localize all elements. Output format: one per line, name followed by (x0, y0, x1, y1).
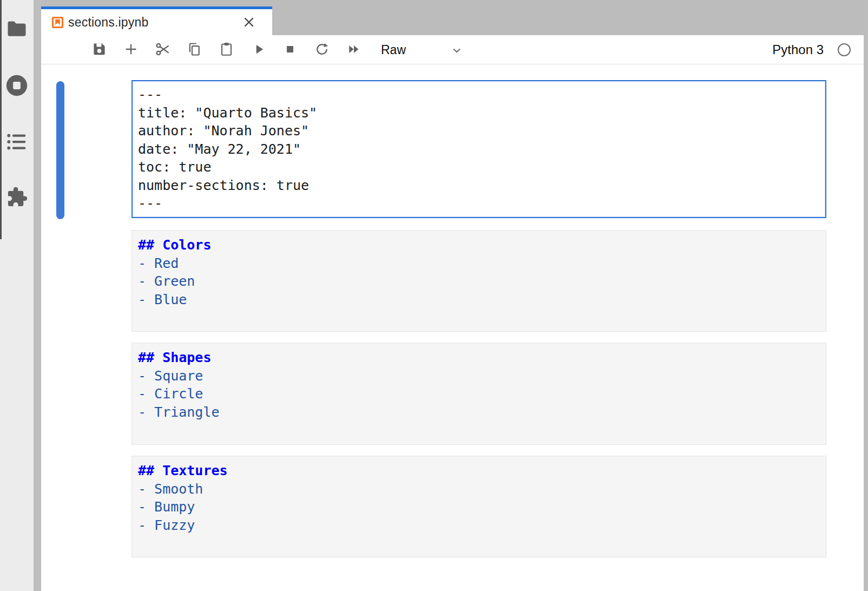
copy-cells-button[interactable] (183, 39, 205, 61)
notebook-icon (51, 16, 64, 29)
run-icon (252, 42, 266, 58)
active-cell-collapser[interactable] (56, 81, 64, 219)
activity-sidebar (0, 0, 34, 591)
sidebar-item-table-of-contents[interactable] (0, 126, 34, 158)
editor-line: date: "May 22, 2021" (138, 140, 820, 159)
markdown-list-item: - Green (138, 272, 820, 291)
fast-forward-icon (346, 42, 361, 58)
editor-line: author: "Norah Jones" (138, 122, 820, 140)
run-cell-button[interactable] (248, 39, 269, 61)
restart-kernel-button[interactable] (311, 39, 333, 61)
save-button[interactable] (88, 39, 110, 61)
tab-title: sections.ipynb (68, 15, 149, 30)
editor-line: toc: true (138, 158, 820, 176)
sidebar-item-file-browser[interactable] (0, 12, 34, 45)
markdown-heading: ## Textures (138, 462, 820, 480)
editor-line: --- (138, 194, 820, 213)
markdown-heading: ## Colors (138, 236, 820, 254)
sidebar-item-extensions[interactable] (0, 181, 34, 213)
sidebar-divider (34, 0, 41, 591)
markdown-list-item: - Bumpy (138, 498, 820, 516)
markdown-list-item: - Fuzzy (138, 516, 820, 535)
interrupt-kernel-button[interactable] (279, 39, 301, 61)
markdown-cell-shapes[interactable]: ## Shapes - Square - Circle - Triangle (131, 343, 826, 445)
puzzle-icon (5, 186, 28, 208)
dock-tab-bar: sections.ipynb (41, 0, 868, 35)
close-icon[interactable] (242, 15, 256, 29)
list-icon (6, 132, 28, 152)
window-right-edge (864, 0, 868, 591)
markdown-list-item: - Triangle (138, 403, 820, 422)
folder-icon (7, 21, 27, 37)
stop-circle-icon (4, 73, 29, 98)
sidebar-item-running-sessions[interactable] (0, 69, 34, 102)
notebook-toolbar: Raw Python 3 (41, 35, 864, 64)
markdown-heading: ## Shapes (138, 349, 820, 367)
plus-icon (123, 42, 139, 58)
markdown-list-item: - Square (138, 367, 820, 385)
raw-cell-frontmatter[interactable]: --- title: "Quarto Basics" author: "Nora… (131, 80, 826, 218)
markdown-list-item: - Smooth (138, 480, 820, 498)
markdown-cell-textures[interactable]: ## Textures - Smooth - Bumpy - Fuzzy (131, 456, 826, 557)
restart-run-all-button[interactable] (343, 39, 365, 61)
save-icon (92, 42, 107, 58)
kernel-status-icon (838, 43, 851, 56)
kernel-indicator[interactable]: Python 3 (772, 39, 851, 61)
insert-cell-button[interactable] (120, 39, 142, 61)
copy-icon (187, 42, 202, 58)
markdown-list-item: - Circle (138, 385, 820, 403)
markdown-list-item: - Blue (138, 291, 820, 309)
editor-line: --- (138, 86, 820, 104)
paste-icon (219, 42, 234, 58)
restart-icon (314, 42, 330, 58)
markdown-list-item: - Red (138, 254, 820, 273)
notebook-panel: --- title: "Quarto Basics" author: "Nora… (41, 64, 864, 591)
scissors-icon (155, 41, 171, 59)
paste-cells-button[interactable] (215, 39, 237, 61)
cell-type-selected: Raw (381, 43, 406, 57)
markdown-cell-colors[interactable]: ## Colors - Red - Green - Blue (131, 230, 826, 332)
tab-sections-ipynb[interactable]: sections.ipynb (41, 6, 272, 35)
kernel-name: Python 3 (772, 42, 824, 57)
cell-type-dropdown[interactable]: Raw (381, 39, 468, 61)
stop-icon (283, 42, 297, 58)
editor-line: number-sections: true (138, 176, 820, 195)
chevron-down-icon (450, 44, 463, 59)
cut-cells-button[interactable] (152, 39, 174, 61)
editor-line: title: "Quarto Basics" (138, 104, 820, 122)
